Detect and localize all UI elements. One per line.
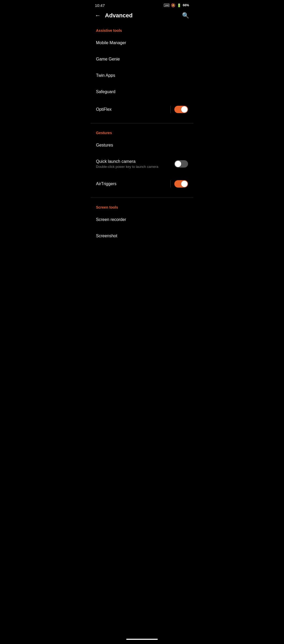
menu-item-right-optiflex [170,106,188,113]
toggle-optiflex[interactable] [174,106,188,113]
menu-item-content-screen-recorder: Screen recorder [96,217,188,222]
section-title-gestures: Gestures [91,125,193,137]
menu-item-quick-launch-camera[interactable]: Quick launch cameraDouble-click power ke… [91,153,193,174]
toggle-divider-airtriggers [170,180,171,188]
menu-item-screenshot[interactable]: Screenshot [91,228,193,244]
menu-item-mobile-manager[interactable]: Mobile Manager [91,35,193,51]
status-bar: 10:47 144 🔕 🔋 66% [91,0,193,9]
section-title-screen-tools: Screen tools [91,200,193,212]
menu-item-game-genie[interactable]: Game Genie [91,51,193,67]
hz-icon: 144 [164,4,169,7]
menu-item-label-screen-recorder: Screen recorder [96,217,188,222]
header: ← Advanced 🔍 [91,9,193,23]
menu-item-safeguard[interactable]: Safeguard [91,84,193,100]
status-icons: 144 🔕 🔋 66% [164,3,189,7]
battery-percent: 66% [183,3,189,7]
menu-item-airtriggers[interactable]: AirTriggers [91,174,193,193]
mute-icon: 🔕 [171,3,175,7]
menu-item-content-quick-launch-camera: Quick launch cameraDouble-click power ke… [96,159,174,169]
menu-item-label-safeguard: Safeguard [96,89,188,94]
menu-item-label-mobile-manager: Mobile Manager [96,41,188,45]
sections-container: Assistive toolsMobile ManagerGame GenieT… [91,23,193,246]
menu-item-content-gestures: Gestures [96,143,188,148]
menu-item-label-game-genie: Game Genie [96,57,188,62]
menu-item-content-mobile-manager: Mobile Manager [96,41,188,45]
menu-item-label-optiflex: OptiFlex [96,107,170,112]
battery-icon: 🔋 [177,3,181,7]
menu-item-right-airtriggers [170,180,188,188]
menu-item-label-gestures: Gestures [96,143,188,148]
menu-item-sublabel-quick-launch-camera: Double-click power key to launch camera [96,165,174,169]
menu-item-right-quick-launch-camera [174,160,188,168]
toggle-divider-optiflex [170,106,171,113]
menu-item-screen-recorder[interactable]: Screen recorder [91,212,193,228]
section-gestures: GesturesGesturesQuick launch cameraDoubl… [91,125,193,195]
section-screen-tools: Screen toolsScreen recorderScreenshot [91,200,193,246]
menu-item-label-airtriggers: AirTriggers [96,182,170,186]
back-button[interactable]: ← [95,12,101,19]
section-title-assistive-tools: Assistive tools [91,23,193,35]
header-left: ← Advanced [95,12,133,19]
search-button[interactable]: 🔍 [182,12,189,19]
status-time: 10:47 [95,3,105,8]
menu-item-label-twin-apps: Twin Apps [96,73,188,78]
menu-item-label-screenshot: Screenshot [96,234,188,238]
menu-item-optiflex[interactable]: OptiFlex [91,100,193,119]
menu-item-twin-apps[interactable]: Twin Apps [91,67,193,84]
toggle-quick-launch-camera[interactable] [174,160,188,168]
menu-item-content-screenshot: Screenshot [96,234,188,238]
toggle-knob-airtriggers [181,181,187,187]
menu-item-content-twin-apps: Twin Apps [96,73,188,78]
menu-item-content-optiflex: OptiFlex [96,107,170,112]
menu-item-content-airtriggers: AirTriggers [96,182,170,186]
menu-item-label-quick-launch-camera: Quick launch camera [96,159,174,164]
menu-item-gestures[interactable]: Gestures [91,137,193,153]
menu-item-content-game-genie: Game Genie [96,57,188,62]
section-divider-screen-tools [91,198,193,198]
toggle-knob-quick-launch-camera [175,161,181,167]
menu-item-content-safeguard: Safeguard [96,89,188,94]
toggle-airtriggers[interactable] [174,180,188,188]
page-title: Advanced [105,12,133,19]
toggle-knob-optiflex [181,106,187,113]
section-divider-gestures [91,123,193,123]
section-assistive-tools: Assistive toolsMobile ManagerGame GenieT… [91,23,193,121]
